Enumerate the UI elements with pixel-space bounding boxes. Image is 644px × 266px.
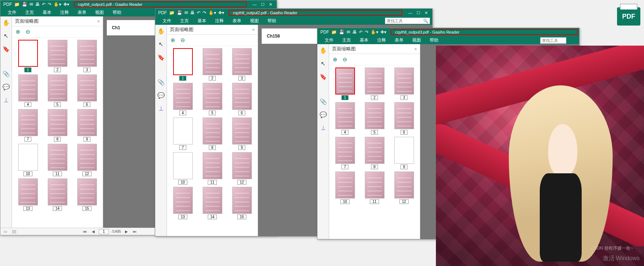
redo-icon[interactable]: ↷ xyxy=(48,2,51,7)
thumbnail-item[interactable]: 14 xyxy=(199,187,226,219)
stamp-tool-icon[interactable]: ⊥ xyxy=(2,96,10,104)
thumbnail-image[interactable] xyxy=(232,48,252,75)
thumbnail-image[interactable] xyxy=(365,171,385,198)
thumbnail-image[interactable] xyxy=(173,187,193,214)
thumbnail-item[interactable]: 2 xyxy=(361,68,388,100)
thumbnail-image[interactable] xyxy=(335,171,355,198)
menu-view[interactable]: 视图 xyxy=(246,17,262,25)
menu-home[interactable]: 主页 xyxy=(339,36,355,44)
thumbnail-image[interactable] xyxy=(232,117,252,144)
thumbnail-item[interactable]: 4 xyxy=(14,74,42,107)
thumbnail-image[interactable] xyxy=(48,144,67,171)
thumbnail-image[interactable] xyxy=(48,178,67,205)
select-tool-icon[interactable]: ↖ xyxy=(2,32,10,40)
thumbnail-image[interactable] xyxy=(394,102,414,129)
move-dropdown-icon[interactable]: ✥▾ xyxy=(380,30,386,35)
menu-help[interactable]: 帮助 xyxy=(426,36,442,44)
thumbnail-item[interactable]: 12 xyxy=(73,144,101,176)
menu-home[interactable]: 主页 xyxy=(176,17,192,25)
thumbnail-item[interactable]: 5 xyxy=(44,74,71,107)
thumbnail-item[interactable]: 6 xyxy=(228,83,255,115)
thumbnail-image[interactable] xyxy=(48,40,67,67)
menu-file[interactable]: 文件 xyxy=(321,36,337,44)
thumbnail-image[interactable] xyxy=(335,102,355,129)
mail-icon[interactable]: ✉ xyxy=(347,30,350,35)
zoom-out-icon[interactable]: ⊖ xyxy=(180,37,185,43)
layout-single-icon[interactable]: ▭ xyxy=(3,230,8,234)
stamp-tool-icon[interactable]: ⊥ xyxy=(319,124,327,132)
mail-icon[interactable]: ✉ xyxy=(30,2,33,7)
comment-tool-icon[interactable]: 💬 xyxy=(157,91,165,99)
thumbnail-item[interactable]: 10 xyxy=(169,152,196,185)
thumbnail-image[interactable] xyxy=(77,109,97,136)
hand-tool-icon[interactable]: ✋ xyxy=(2,19,10,27)
thumbnail-image[interactable] xyxy=(77,144,97,171)
thumbnail-item[interactable]: 11 xyxy=(199,152,226,185)
thumbnail-image[interactable] xyxy=(394,68,414,95)
search-input[interactable] xyxy=(540,38,566,43)
thumbnail-image[interactable] xyxy=(335,68,355,95)
nav-prev-icon[interactable]: ◀ xyxy=(91,230,96,234)
thumbnail-item[interactable]: 1 xyxy=(14,40,42,72)
thumbnail-item[interactable]: 5 xyxy=(199,83,226,115)
thumbnail-item[interactable]: 8 xyxy=(199,117,226,150)
thumbnail-item[interactable]: 1 xyxy=(169,48,196,81)
thumbnail-item[interactable]: 2 xyxy=(199,48,226,81)
search-tool[interactable] xyxy=(540,37,566,44)
menu-file[interactable]: 文件 xyxy=(159,17,175,25)
thumbnail-item[interactable]: 13 xyxy=(14,178,42,211)
thumbnail-image[interactable] xyxy=(48,74,67,101)
redo-icon[interactable]: ↷ xyxy=(365,30,368,35)
mail-icon[interactable]: ✉ xyxy=(184,10,188,15)
search-input[interactable] xyxy=(385,19,422,23)
undo-icon[interactable]: ↶ xyxy=(197,10,200,15)
hand-dropdown-icon[interactable]: ✋▾ xyxy=(208,10,216,15)
thumbnail-image[interactable] xyxy=(394,171,414,198)
thumbnail-image[interactable] xyxy=(232,187,252,214)
menu-help[interactable]: 帮助 xyxy=(109,9,125,16)
thumbnail-image[interactable] xyxy=(203,48,222,75)
nav-next-icon[interactable]: ▶ xyxy=(124,230,129,234)
thumbnail-image[interactable] xyxy=(18,144,38,171)
titlebar[interactable]: PDF 📁 💾 ✉ 🖶 ↶ ↷ ✋▾ ✥▾ cqythll_output2.pd… xyxy=(155,9,432,17)
titlebar[interactable]: PDF 📁 💾 ✉ 🖶 ↶ ↷ ✋▾ ✥▾ cqythll_output1.pd… xyxy=(0,0,277,8)
thumbnail-image[interactable] xyxy=(18,74,38,101)
thumbnail-image[interactable] xyxy=(365,102,385,129)
thumbnail-item[interactable]: 9 xyxy=(73,109,101,142)
thumbnail-image[interactable] xyxy=(173,83,193,110)
menu-annotate[interactable]: 注释 xyxy=(374,36,390,44)
thumbnail-item[interactable]: 10 xyxy=(14,144,42,176)
thumbnail-image[interactable] xyxy=(77,40,97,67)
minimize-button[interactable]: — xyxy=(408,11,412,15)
thumbnail-item[interactable]: 5 xyxy=(361,102,388,135)
menu-basic[interactable]: 基本 xyxy=(356,36,372,44)
thumbnail-item[interactable]: 8 xyxy=(361,137,388,169)
bookmark-tool-icon[interactable]: 🔖 xyxy=(2,45,10,53)
hand-tool-icon[interactable]: ✋ xyxy=(319,46,327,54)
thumbnail-grid[interactable]: 123456789101112131415 xyxy=(167,46,258,236)
thumbnail-item[interactable]: 3 xyxy=(228,48,255,81)
thumbnail-image[interactable] xyxy=(18,178,38,205)
redo-icon[interactable]: ↷ xyxy=(203,10,206,15)
thumbnail-item[interactable]: 2 xyxy=(44,40,71,72)
thumbnail-image[interactable] xyxy=(394,137,414,164)
close-button[interactable]: ✕ xyxy=(269,2,272,7)
move-dropdown-icon[interactable]: ✥▾ xyxy=(63,2,69,7)
thumbnail-item[interactable]: 9 xyxy=(228,117,255,150)
zoom-out-icon[interactable]: ⊖ xyxy=(343,56,347,63)
select-tool-icon[interactable]: ↖ xyxy=(157,40,165,48)
close-button[interactable]: ✕ xyxy=(425,11,428,15)
thumbnails-tool-icon[interactable] xyxy=(158,66,164,73)
comment-tool-icon[interactable]: 💬 xyxy=(2,83,10,91)
nav-first-icon[interactable]: ⏮ xyxy=(82,230,88,234)
thumbnail-image[interactable] xyxy=(203,187,222,214)
print-icon[interactable]: 🖶 xyxy=(352,30,357,35)
thumbnail-item[interactable]: 6 xyxy=(390,102,418,135)
thumbnail-item[interactable]: 7 xyxy=(331,137,359,169)
menu-annotate[interactable]: 注释 xyxy=(56,9,73,16)
thumbnail-item[interactable]: 9 xyxy=(390,137,418,169)
menu-view[interactable]: 视图 xyxy=(409,36,425,44)
thumbnail-image[interactable] xyxy=(335,137,355,164)
open-icon[interactable]: 📁 xyxy=(331,30,337,35)
thumbnail-item[interactable]: 6 xyxy=(73,74,101,107)
